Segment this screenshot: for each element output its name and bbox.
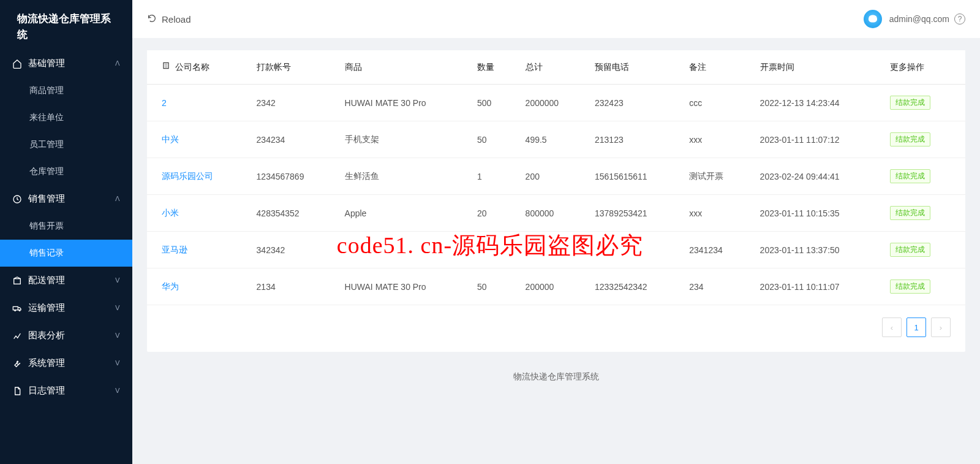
cell-phone: 232423: [585, 85, 679, 121]
cell-account: 234234: [247, 121, 335, 158]
menu-group-charts[interactable]: 图表分析 ᐯ: [0, 322, 132, 349]
company-link[interactable]: 源码乐园公司: [162, 171, 213, 181]
chevron-down-icon: ᐯ: [115, 304, 120, 312]
cell-time: 2023-01-11 11:07:12: [750, 121, 880, 158]
document-icon: [12, 386, 22, 396]
cell-remark: ccc: [679, 85, 750, 121]
cell-account: 428354352: [247, 195, 335, 232]
cell-phone: 13789253421: [585, 195, 679, 232]
menu-group-basic[interactable]: 基础管理 ᐱ: [0, 50, 132, 77]
col-time: 开票时间: [750, 50, 880, 85]
col-total: 总计: [516, 50, 585, 85]
cell-product: HUWAI MATE 30 Pro: [335, 85, 467, 121]
cell-product: [335, 232, 467, 268]
table-row: 小米428354352Apple2080000013789253421xxx20…: [147, 195, 965, 232]
menu-group-label: 图表分析: [28, 330, 65, 341]
cell-total: 200: [516, 158, 585, 195]
cell-qty: 1: [467, 158, 516, 195]
user-email: admin@qq.com: [889, 14, 949, 24]
page-1[interactable]: 1: [907, 318, 926, 337]
page-prev[interactable]: ‹: [882, 318, 902, 337]
cell-phone: 15615615611: [585, 158, 679, 195]
chevron-up-icon: ᐱ: [115, 195, 120, 203]
table-row: 中兴234234手机支架50499.5213123xxx2023-01-11 1…: [147, 121, 965, 158]
settle-button[interactable]: 结款完成: [890, 206, 930, 220]
user-menu[interactable]: admin@qq.com: [864, 10, 949, 28]
menu-group-label: 日志管理: [28, 385, 65, 397]
svg-point-3: [15, 310, 16, 311]
company-link[interactable]: 华为: [162, 281, 179, 291]
footer-text: 物流快递仓库管理系统: [147, 352, 965, 390]
cell-account: 342342: [247, 232, 335, 268]
menu-group-system[interactable]: 系统管理 ᐯ: [0, 349, 132, 377]
cell-qty: 50: [467, 121, 516, 158]
svg-rect-1: [14, 278, 21, 284]
settle-button[interactable]: 结款完成: [890, 96, 930, 110]
col-phone: 预留电话: [585, 50, 679, 85]
cell-product: HUWAI MATE 30 Pro: [335, 268, 467, 305]
content: 公司名称 打款帐号 商品 数量 总计 预留电话 备注 开票时间 更多操作 223…: [132, 38, 980, 464]
svg-point-4: [19, 310, 20, 311]
topbar: Reload admin@qq.com ?: [132, 0, 980, 38]
cell-time: 2022-12-13 14:23:44: [750, 85, 880, 121]
cell-time: 2023-02-24 09:44:41: [750, 158, 880, 195]
reload-icon: [147, 13, 157, 25]
sidebar-item-warehouse[interactable]: 仓库管理: [0, 158, 132, 185]
help-icon[interactable]: ?: [954, 13, 965, 25]
main: Reload admin@qq.com ? 公司名称 打款帐号 商品: [132, 0, 980, 464]
cell-remark: 234: [679, 268, 750, 305]
cell-qty: 50: [467, 268, 516, 305]
cell-remark: xxx: [679, 195, 750, 232]
company-link[interactable]: 小米: [162, 208, 179, 218]
menu-group-transport[interactable]: 运输管理 ᐯ: [0, 294, 132, 322]
table-row: 22342HUWAI MATE 30 Pro5002000000232423cc…: [147, 85, 965, 121]
col-company: 公司名称: [147, 50, 247, 85]
settle-button[interactable]: 结款完成: [890, 243, 930, 257]
table-row: 华为2134HUWAI MATE 30 Pro50200000123325423…: [147, 268, 965, 305]
company-link[interactable]: 中兴: [162, 134, 179, 144]
cell-product: 手机支架: [335, 121, 467, 158]
cell-product: 生鲜活鱼: [335, 158, 467, 195]
cell-remark: 测试开票: [679, 158, 750, 195]
reload-label: Reload: [162, 14, 191, 25]
cell-qty: 500: [467, 85, 516, 121]
settle-button[interactable]: 结款完成: [890, 132, 930, 146]
truck-icon: [12, 303, 22, 313]
page-next[interactable]: ›: [931, 318, 951, 337]
reload-button[interactable]: Reload: [147, 13, 191, 25]
cell-total: 800000: [516, 195, 585, 232]
avatar: [864, 10, 882, 28]
chart-icon: [12, 331, 22, 341]
settle-button[interactable]: 结款完成: [890, 280, 930, 294]
company-link[interactable]: 2: [162, 98, 167, 108]
menu-group-label: 销售管理: [28, 193, 65, 205]
menu-group-label: 系统管理: [28, 357, 65, 369]
settle-button[interactable]: 结款完成: [890, 169, 930, 183]
menu-group-sales[interactable]: 销售管理 ᐱ: [0, 185, 132, 213]
cell-phone: 213123: [585, 121, 679, 158]
sidebar-item-sales-invoice[interactable]: 销售开票: [0, 213, 132, 240]
cell-total: 200000: [516, 268, 585, 305]
cell-total: [516, 232, 585, 268]
table-header-row: 公司名称 打款帐号 商品 数量 总计 预留电话 备注 开票时间 更多操作: [147, 50, 965, 85]
cell-phone: 12332542342: [585, 268, 679, 305]
sidebar-item-contacts[interactable]: 来往单位: [0, 104, 132, 131]
col-actions: 更多操作: [880, 50, 965, 85]
cell-remark: 2341234: [679, 232, 750, 268]
pagination: ‹ 1 ›: [147, 305, 965, 337]
package-icon: [12, 276, 22, 286]
chevron-down-icon: ᐯ: [115, 276, 120, 284]
company-link[interactable]: 亚马逊: [162, 245, 187, 254]
col-remark: 备注: [679, 50, 750, 85]
sidebar-item-staff[interactable]: 员工管理: [0, 131, 132, 158]
cell-account: 2134: [247, 268, 335, 305]
cell-account: 2342: [247, 85, 335, 121]
cell-phone: [585, 232, 679, 268]
menu-group-logs[interactable]: 日志管理 ᐯ: [0, 377, 132, 405]
col-product: 商品: [335, 50, 467, 85]
building-icon: [162, 62, 170, 72]
sidebar-item-sales-record[interactable]: 销售记录: [0, 240, 132, 267]
col-account: 打款帐号: [247, 50, 335, 85]
menu-group-delivery[interactable]: 配送管理 ᐯ: [0, 267, 132, 294]
sidebar-item-product[interactable]: 商品管理: [0, 77, 132, 104]
